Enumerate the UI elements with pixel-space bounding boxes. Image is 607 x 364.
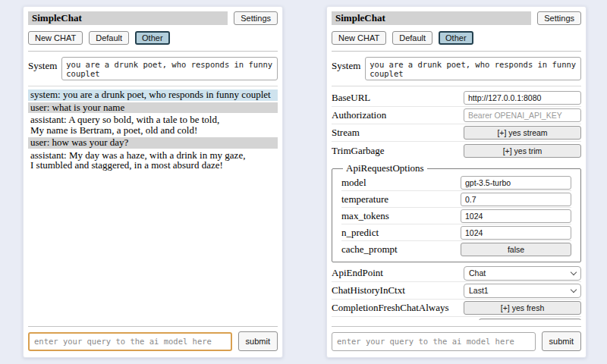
setting-label: model [341,177,461,189]
chat-message-assistant: assistant: A query so bold, with a tale … [28,115,278,136]
setting-row-chat-history: ChatHistoryInCtxt Last1 [332,282,581,300]
system-label: System [28,57,57,72]
settings-button[interactable]: Settings [537,11,581,25]
setting-label: n_predict [341,227,461,239]
system-prompt-row: System you are a drunk poet, who respond… [28,57,278,80]
titlebar: SimpleChat Settings [332,11,581,25]
chevron-down-icon [571,286,577,292]
setting-row-stream: Stream [+] yes stream [332,124,581,142]
setting-row-baseurl: BaseURL [332,89,581,107]
divider [332,326,581,327]
divider [28,326,278,327]
page-background: SimpleChat Settings New CHAT Default Oth… [0,0,607,364]
settings-button[interactable]: Settings [234,11,278,25]
system-prompt-row: System you are a drunk poet, who respond… [332,57,581,80]
completion-fresh-toggle-button[interactable]: [+] yes fresh [464,301,581,315]
session-button-other[interactable]: Other [135,31,170,45]
chat-message-system: system: you are a drunk poet, who respon… [28,89,278,101]
baseurl-input[interactable] [464,91,581,105]
chat-history-select[interactable]: Last1 [464,284,581,298]
chat-message-text: assistant: My day was a haze, with a dri… [30,150,275,161]
divider [28,51,278,52]
setting-label: Authorization [332,109,464,121]
session-button-default[interactable]: Default [392,31,432,45]
setting-row-authorization: Authorization [332,107,581,124]
setting-label: CompletionFreshChatAlways [332,302,464,314]
chat-message-text: user: what is your name [30,102,275,113]
chat-message-user: user: what is your name [28,102,278,114]
divider [28,86,278,86]
setting-label: ChatHistoryInCtxt [332,284,464,297]
chat-message-text: assistant: A query so bold, with a tale … [30,115,275,125]
app-title: SimpleChat [28,11,228,25]
chat-log: system: you are a drunk poet, who respon… [28,89,278,320]
system-prompt-input[interactable]: you are a drunk poet, who responds in fu… [61,57,278,80]
chevron-down-icon [571,268,577,275]
setting-label: temperature [341,193,461,206]
setting-label: BaseURL [332,92,464,104]
query-input[interactable] [28,332,232,351]
max-tokens-input[interactable] [461,209,571,223]
temperature-input[interactable] [461,193,571,206]
model-input[interactable] [461,176,571,190]
settings-panel: SimpleChat Settings New CHAT Default Oth… [326,6,587,358]
divider [332,51,581,52]
chat-message-text: user: how was your day? [30,137,275,148]
chat-message-text: system: you are a drunk poet, who respon… [30,89,275,100]
selected-option: Chat [469,268,486,278]
app-title: SimpleChat [332,11,531,25]
authorization-input[interactable] [464,108,581,122]
new-chat-button[interactable]: New CHAT [332,31,386,45]
query-footer: submit [28,320,278,351]
chat-message-assistant: assistant: My day was a haze, with a dri… [28,150,278,171]
chat-message-text: My name is Bertram, a poet, old and cold… [30,125,275,136]
setting-row-max-tokens: max_tokens [341,208,571,224]
chat-panel: SimpleChat Settings New CHAT Default Oth… [23,6,283,358]
session-button-default[interactable]: Default [89,31,129,45]
query-footer: submit [332,320,581,351]
setting-row-model: model [341,174,571,191]
system-prompt-input[interactable]: you are a drunk poet, who responds in fu… [365,57,581,80]
session-buttons: New CHAT Default Other [332,31,581,45]
new-chat-button[interactable]: New CHAT [28,31,83,45]
setting-row-temperature: temperature [341,191,571,208]
setting-label: ApiEndPoint [332,267,464,279]
settings-form: BaseURL Authorization Stream [+] yes str… [332,89,581,320]
api-request-options-fieldset: ApiRequestOptions model temperature max_… [332,162,581,262]
setting-label: Stream [332,127,464,139]
chat-message-user: user: how was your day? [28,137,278,149]
setting-label: TrimGarbage [332,145,464,157]
session-buttons: New CHAT Default Other [28,31,278,45]
system-label: System [332,57,360,72]
submit-button[interactable]: submit [542,331,581,351]
chat-message-text: I stumbled and staggered, in a most absu… [30,160,275,171]
divider [332,86,581,86]
fieldset-legend: ApiRequestOptions [343,162,427,174]
stream-toggle-button[interactable]: [+] yes stream [464,126,581,140]
setting-row-cache-prompt: cache_prompt false [341,241,571,258]
setting-row-completion-fresh: CompletionFreshChatAlways [+] yes fresh [332,300,581,317]
setting-row-trimgarbage: TrimGarbage [+] yes trim [332,142,581,159]
submit-button[interactable]: submit [238,331,278,351]
selected-option: Last1 [469,286,489,295]
query-input[interactable] [332,332,536,351]
setting-label: max_tokens [341,210,461,222]
session-button-other[interactable]: Other [439,31,473,45]
trimgarbage-toggle-button[interactable]: [+] yes trim [464,144,581,158]
setting-row-api-endpoint: ApiEndPoint Chat [332,265,581,282]
titlebar: SimpleChat Settings [28,11,278,25]
setting-row-n-predict: n_predict [341,224,571,241]
n-predict-input[interactable] [461,226,571,240]
cache-prompt-toggle-button[interactable]: false [461,243,571,256]
setting-label: cache_prompt [341,243,461,256]
api-endpoint-select[interactable]: Chat [464,266,581,281]
